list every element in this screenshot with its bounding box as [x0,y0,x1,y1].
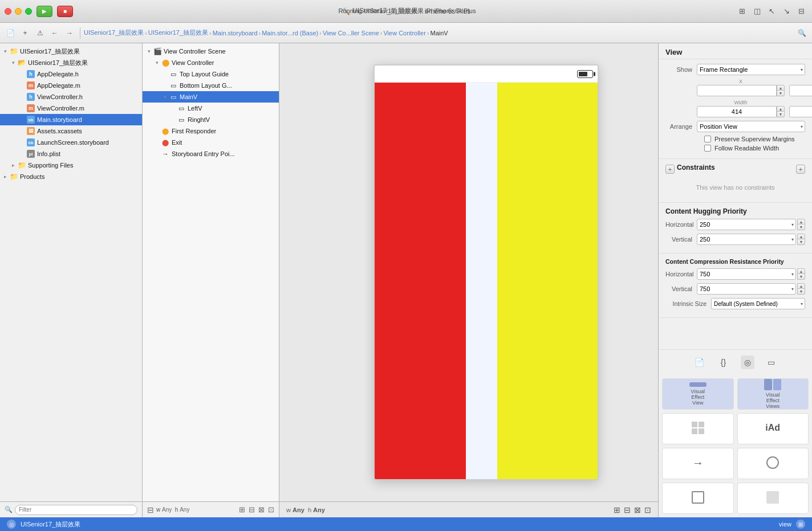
breadcrumb-item-6[interactable]: View Controller [383,30,425,36]
canvas-size-icon[interactable]: ⊡ [644,505,651,514]
intrinsic-select[interactable]: Default (System Defined) [711,298,805,309]
width-input[interactable] [697,106,777,117]
breadcrumb-item-3[interactable]: Main.storyboard [213,30,258,36]
follow-readable-checkbox[interactable] [704,145,711,152]
new-file-btn[interactable]: 📄 [3,26,17,40]
compression-v-step-down[interactable]: ▼ [797,289,805,295]
arrange-select[interactable]: Position View [697,121,805,132]
file-filter-input[interactable] [15,505,137,515]
canvas-size-mode: w Any h Any [286,507,325,513]
issue-btn[interactable]: ⚠ [33,26,47,40]
tree-item-viewcontroller-m[interactable]: ▸ m ViewController.m [0,103,142,114]
canvas-mode-icon[interactable]: ⊟ [147,505,154,514]
scene-item-leftv[interactable]: ▸ ▭ LeftV [143,103,279,114]
square-item-2[interactable] [737,483,809,514]
height-input[interactable] [789,106,812,117]
circle-item[interactable] [737,448,809,479]
size-icon[interactable]: ⊡ [268,505,274,514]
breadcrumb-item-7[interactable]: MainV [431,30,448,36]
follow-readable-row: Follow Readable Width [700,145,805,152]
canvas-grid-icon[interactable]: ⊞ [614,505,620,514]
tree-item-supporting-files[interactable]: ▸ 📁 Supporting Files [0,160,142,171]
add-btn[interactable]: + [18,26,32,40]
run-button[interactable]: ▶ [36,6,52,17]
debug-icon[interactable]: ↘ [781,6,793,17]
minimize-button[interactable] [15,8,22,15]
media-library-icon[interactable]: ▭ [765,356,778,369]
visual-effect-view-item[interactable]: VisualEffectView [662,378,734,410]
tree-item-products[interactable]: ▸ 📁 Products [0,171,142,182]
hugging-v-step-up[interactable]: ▲ [797,234,805,239]
add-constraint-btn[interactable]: + [665,165,675,174]
canvas-split-icon[interactable]: ⊟ [624,505,631,514]
compression-v-select[interactable]: 750 [697,283,796,295]
compression-h-select[interactable]: 750 [697,268,796,280]
canvas-fit-icon[interactable]: ⊠ [634,505,641,514]
x-step-up[interactable]: ▲ [777,85,785,91]
compression-h-step-up[interactable]: ▲ [797,268,805,274]
scene-item-top-layout[interactable]: ▸ ▭ Top Layout Guide [143,68,279,80]
tree-item-launchscreen[interactable]: ▸ sb LaunchScreen.storyboard [0,137,142,148]
scene-item-mainv[interactable]: ▾ ▭ MainV [143,91,279,103]
tree-item-appdelegate-h[interactable]: ▸ h AppDelegate.h [0,68,142,80]
tree-item-assets[interactable]: ▸ 🖼 Assets.xcassets [0,125,142,137]
compression-h-step-down[interactable]: ▼ [797,274,805,280]
file-template-icon[interactable]: 📄 [693,356,707,369]
navigator-icon[interactable]: ↖ [766,6,778,17]
show-inspectors-btn[interactable]: 🔍 [795,26,809,40]
hugging-h-select[interactable]: 250 [697,219,796,230]
hugging-v-step-down[interactable]: ▼ [797,239,805,245]
maximize-button[interactable] [25,8,32,15]
breadcrumb-item-5[interactable]: View Co...ller Scene [323,30,379,36]
forward-btn[interactable]: → [63,26,76,40]
object-library-icon[interactable]: ◎ [741,356,754,369]
code-snippet-icon[interactable]: {} [717,356,730,369]
breadcrumb-item-4[interactable]: Main.stor...rd (Base) [262,30,318,36]
scene-item-bottom-layout[interactable]: ▸ ▭ Bottom Layout G... [143,80,279,91]
compression-v-step-up[interactable]: ▲ [797,283,805,289]
stop-button[interactable]: ■ [57,6,73,17]
hugging-v-select[interactable]: 250 [697,234,796,245]
close-button[interactable] [5,8,11,15]
tree-item-info-plist[interactable]: ▸ pl Info.plist [0,148,142,160]
back-btn[interactable]: ← [48,26,62,40]
hugging-h-step-down[interactable]: ▼ [797,224,805,230]
square-item-1[interactable] [662,483,734,514]
iphone-simulator[interactable]: ⚠ ■ ■ [373,64,599,480]
layout-icon[interactable]: ⊞ [737,6,748,17]
w-step-up[interactable]: ▲ [777,106,785,112]
tree-item-appdelegate-m[interactable]: ▸ m AppDelegate.m [0,80,142,91]
scene-item-vc[interactable]: ▾ ⬤ View Controller [143,57,279,68]
tree-item-main-storyboard[interactable]: ▸ sb Main.storyboard [0,114,142,125]
y-input[interactable] [789,85,812,96]
status-right-icon[interactable]: ⊞ [796,520,805,529]
tree-item-project[interactable]: ▾ 📂 UISenior17_抽层效果 [0,57,142,68]
arrow-item[interactable]: → [662,448,734,479]
add-constraint-btn-2[interactable]: + [796,165,805,174]
show-select[interactable]: Frame Rectangle [697,64,805,75]
scene-item-storyboard-entry[interactable]: ▸ → Storyboard Entry Poi... [143,148,279,160]
scene-item-first-responder[interactable]: ▸ ⬤ First Responder [143,125,279,137]
scene-item-vc-scene[interactable]: ▾ 🎬 View Controller Scene [143,46,279,57]
grid-view-item[interactable] [662,413,734,444]
tree-item-viewcontroller-h[interactable]: ▸ h ViewController.h [0,91,142,103]
iad-item[interactable]: iAd [737,413,809,444]
split-v-icon[interactable]: ⊟ [249,505,255,514]
project-label: UISenior17_抽层效果 [28,59,88,67]
visual-effect-views-item[interactable]: VisualEffectViews [737,378,809,410]
breadcrumb-item-2[interactable]: UISenior17_抽层效果 [148,28,208,37]
status-circle-icon[interactable]: ◎ [7,520,16,529]
preserve-margins-checkbox[interactable] [704,136,711,142]
split-icon[interactable]: ⊟ [796,6,807,17]
x-step-down[interactable]: ▼ [777,91,785,96]
scene-item-exit[interactable]: ▸ ⬤ Exit [143,137,279,148]
tree-item-root[interactable]: ▾ 📁 UISenior17_抽层效果 [0,46,142,57]
x-input[interactable] [697,85,777,96]
breadcrumb-item-1[interactable]: UISenior17_抽层效果 [84,28,144,37]
scene-item-ringhtv[interactable]: ▸ ▭ RinghtV [143,114,279,125]
inspector-icon[interactable]: ◫ [752,6,763,17]
w-step-down[interactable]: ▼ [777,112,785,117]
grid-icon[interactable]: ⊞ [239,505,245,514]
fit-icon[interactable]: ⊠ [258,505,265,514]
hugging-h-step-up[interactable]: ▲ [797,219,805,224]
